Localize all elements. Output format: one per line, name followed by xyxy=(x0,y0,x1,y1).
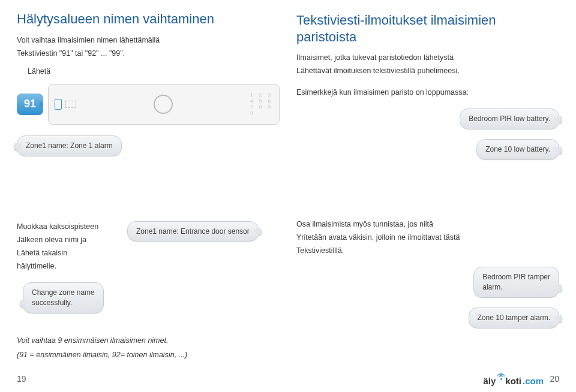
sms-bubble-text-line2: successfully. xyxy=(32,298,72,307)
sms-bubble-text: Zone1 name: Zone 1 alarm xyxy=(26,141,113,150)
mid-line1: Muokkaa kaksoispisteen xyxy=(17,221,119,232)
logo-part1: äly xyxy=(483,376,496,386)
phone-icon xyxy=(55,99,62,110)
sms-bubble-text: Zone 10 low battery. xyxy=(485,145,550,153)
right-intro-2: Lähettävät ilmoituksen tekstiviestillä p… xyxy=(296,65,559,76)
sms-bubble-text-line1: Change zone name xyxy=(32,288,95,297)
right-mid-text: Osa ilmaisimista myös tunnistaa, jos nii… xyxy=(296,219,559,258)
sms-bubble-text: Zone1 name: Entrance door sensor xyxy=(136,227,250,236)
right-mid-2: Yritetään avata väkisin, jolloin ne ilmo… xyxy=(296,232,559,243)
sms-bubble-tamper-1: Bedroom PIR tamper alarm. xyxy=(473,267,559,298)
sms-bubble-lowbat-1: Bedroom PIR low battery. xyxy=(460,108,559,129)
left-intro-1: Voit vaihtaa ilmaisimien nimen lähettämä… xyxy=(17,35,280,46)
left-intro-2: Tekstiviestin "91" tai "92" ... "99". xyxy=(17,48,280,59)
sms-bubble-text-line1: Bedroom PIR tamper xyxy=(482,273,550,281)
sms-code-row: 91 1 2 34 5 67 8 9 0 xyxy=(17,84,280,125)
sms-bubble-edit: Zone1 name: Entrance door sensor xyxy=(127,221,259,242)
sms-bubble-tamper-2: Zone 10 tamper alarm. xyxy=(469,307,559,328)
sms-code: 91 xyxy=(24,98,36,110)
left-mid-row: Muokkaa kaksoispisteen Jälkeen oleva nim… xyxy=(17,221,280,275)
page: Hälytysalueen nimen vaihtaminen Voit vai… xyxy=(0,0,576,392)
sms-badge: 91 xyxy=(17,94,43,115)
keypad-icon: 1 2 34 5 67 8 9 0 xyxy=(250,92,273,116)
right-mid-3: Tekstiviestilllä. xyxy=(296,245,559,256)
sms-bubble-text-line2: alarm. xyxy=(482,283,502,291)
right-intro-3: Esimerkkejä kun ilmaisimen paristo on lo… xyxy=(296,87,559,98)
panel-circle-icon xyxy=(154,95,173,114)
alarm-panel-illustration: 1 2 34 5 67 8 9 0 xyxy=(48,84,280,125)
sms-bubble-lowbat-2: Zone 10 low battery. xyxy=(476,139,559,160)
brand-logo: älykoti.com xyxy=(483,376,544,386)
left-mid-text: Muokkaa kaksoispisteen Jälkeen oleva nim… xyxy=(17,221,119,275)
logo-tld: .com xyxy=(523,376,544,386)
page-number-left: 19 xyxy=(17,374,26,384)
left-footer-note: Voit vaihtaa 9 ensimmäisen ilmaisimen ni… xyxy=(17,331,280,363)
mid-line2: Jälkeen oleva nimi ja xyxy=(17,234,119,245)
right-intro-1: Ilmaisimet, jotka tukevat paristotiedon … xyxy=(296,52,559,63)
mid-line3: Lähetä takaisin xyxy=(17,248,119,258)
footer-line2: (91 = ensimmäinen ilmaisin, 92= toinen i… xyxy=(17,349,280,360)
left-heading: Hälytysalueen nimen vaihtaminen xyxy=(17,11,280,28)
right-column: Tekstiviesti-ilmoitukset ilmaisimien par… xyxy=(296,11,559,368)
page-number-right: 20 xyxy=(550,374,559,384)
sms-bubble-text: Zone 10 tamper alarm. xyxy=(478,313,550,322)
logo-part2: koti xyxy=(497,376,521,386)
low-battery-group: Bedroom PIR low battery. Zone 10 low bat… xyxy=(296,108,559,160)
sms-bubble-success: Change zone name successfully. xyxy=(23,282,104,313)
right-mid-1: Osa ilmaisimista myös tunnistaa, jos nii… xyxy=(296,219,559,230)
sms-bubble-zone1-name: Zone1 name: Zone 1 alarm xyxy=(17,135,122,156)
mid-line4: hälyttimelle. xyxy=(17,261,119,272)
wifi-icon xyxy=(497,373,505,382)
tamper-group: Bedroom PIR tamper alarm. Zone 10 tamper… xyxy=(296,267,559,328)
left-column: Hälytysalueen nimen vaihtaminen Voit vai… xyxy=(17,11,280,368)
footer-line1: Voit vaihtaa 9 ensimmäisen ilmaisimen ni… xyxy=(17,335,280,346)
sms-bubble-text: Bedroom PIR low battery. xyxy=(469,114,550,123)
right-heading: Tekstiviesti-ilmoitukset ilmaisimien par… xyxy=(296,12,559,45)
left-send-label: Lähetä xyxy=(28,66,280,77)
envelope-icon xyxy=(65,101,76,108)
